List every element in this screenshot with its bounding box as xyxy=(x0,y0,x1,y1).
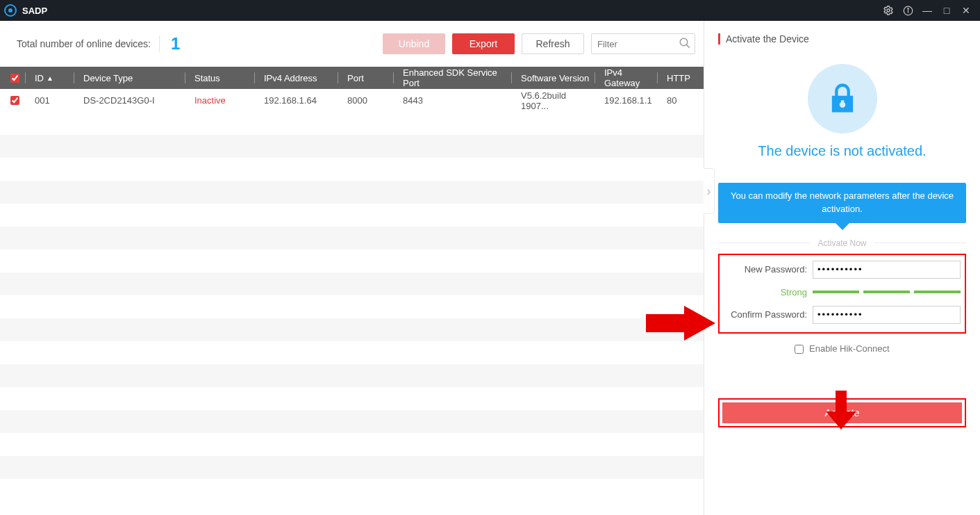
activate-device-panel: Activate the Device The device is not ac… xyxy=(704,21,980,515)
col-device-type[interactable]: Device Type xyxy=(74,67,185,89)
col-ipv4-gateway[interactable]: IPv4 Gateway xyxy=(595,67,657,89)
not-activated-text: The device is not activated. xyxy=(718,143,966,159)
sort-asc-icon: ▲ xyxy=(47,74,53,82)
password-frame: New Password: Strong Confirm Password: xyxy=(718,254,966,334)
collapse-handle[interactable] xyxy=(704,168,715,214)
table-body: 001 DS-2CD2143G0-I Inactive 192.168.1.64… xyxy=(0,89,704,515)
panel-title: Activate the Device xyxy=(718,33,966,44)
export-button[interactable]: Export xyxy=(452,33,515,54)
confirm-password-input[interactable] xyxy=(813,306,961,324)
toolbar: Total number of online devices: 1 Unbind… xyxy=(0,21,704,67)
app-logo-icon xyxy=(4,4,17,17)
minimize-button[interactable]: — xyxy=(917,1,937,20)
device-list-area: Total number of online devices: 1 Unbind… xyxy=(0,21,704,515)
unbind-button[interactable]: Unbind xyxy=(383,33,445,54)
select-all-checkbox[interactable] xyxy=(10,74,19,83)
annotation-arrow-down xyxy=(826,391,856,430)
svg-point-2 xyxy=(887,9,890,12)
svg-point-1 xyxy=(8,8,13,13)
cell-http: 80 xyxy=(657,95,699,106)
enable-hik-connect-checkbox[interactable] xyxy=(795,345,804,354)
new-password-label: New Password: xyxy=(724,264,807,275)
confirm-password-label: Confirm Password: xyxy=(724,309,807,320)
svg-point-5 xyxy=(907,8,908,8)
cell-version: V5.6.2build 1907... xyxy=(511,90,595,111)
table-header: ID▲ Device Type Status IPv4 Address Port… xyxy=(0,67,704,89)
cell-sdk-port: 8443 xyxy=(393,95,511,106)
total-devices-label: Total number of online devices: xyxy=(17,38,151,49)
col-http[interactable]: HTTP xyxy=(657,67,699,89)
total-devices-count: 1 xyxy=(171,34,180,54)
cell-id: 001 xyxy=(25,95,74,106)
enable-hik-connect-label: Enable Hik-Connect xyxy=(809,343,890,354)
col-enhanced-sdk-port[interactable]: Enhanced SDK Service Port xyxy=(393,67,511,89)
activate-now-divider: Activate Now xyxy=(718,238,966,248)
table-row[interactable]: 001 DS-2CD2143G0-I Inactive 192.168.1.64… xyxy=(0,89,704,112)
title-bar: SADP — □ ✕ xyxy=(0,0,980,21)
svg-marker-8 xyxy=(646,306,715,341)
settings-icon[interactable] xyxy=(879,1,898,20)
new-password-input[interactable] xyxy=(813,261,961,279)
annotation-arrow-right xyxy=(646,306,715,341)
col-id[interactable]: ID▲ xyxy=(25,67,74,89)
close-button[interactable]: ✕ xyxy=(956,1,976,20)
col-port[interactable]: Port xyxy=(338,67,393,89)
password-strength-bar xyxy=(813,291,961,293)
svg-marker-9 xyxy=(826,391,856,430)
svg-line-7 xyxy=(686,44,690,48)
col-ipv4-address[interactable]: IPv4 Address xyxy=(254,67,338,89)
cell-ip: 192.168.1.64 xyxy=(254,95,338,106)
row-checkbox[interactable] xyxy=(10,96,19,105)
refresh-button[interactable]: Refresh xyxy=(522,33,584,54)
info-icon[interactable] xyxy=(898,1,917,20)
col-status[interactable]: Status xyxy=(185,67,254,89)
cell-device-type: DS-2CD2143G0-I xyxy=(74,95,185,106)
cell-port: 8000 xyxy=(338,95,393,106)
cell-gateway: 192.168.1.1 xyxy=(595,95,657,106)
lock-icon xyxy=(808,64,877,133)
password-strength-label: Strong xyxy=(724,287,807,297)
search-icon xyxy=(679,37,691,52)
cell-status: Inactive xyxy=(185,95,254,106)
col-software-version[interactable]: Software Version xyxy=(511,67,595,89)
app-name: SADP xyxy=(22,6,47,16)
maximize-button[interactable]: □ xyxy=(937,1,956,20)
svg-point-6 xyxy=(680,38,688,46)
activation-hint: You can modify the network parameters af… xyxy=(718,183,966,223)
